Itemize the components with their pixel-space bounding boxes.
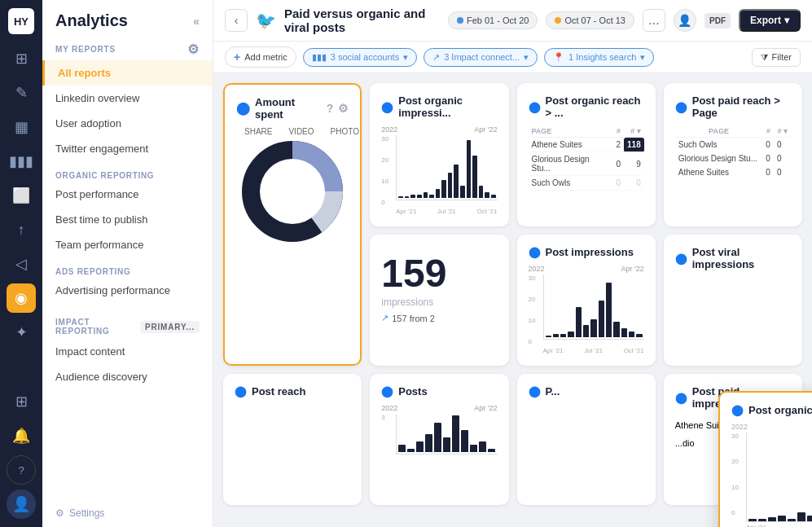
post-paid-reach-title: ⬤ Post paid reach > Page (675, 94, 791, 119)
help-icon-amount[interactable]: ? (327, 102, 334, 115)
date-range-2-button[interactable]: Oct 07 - Oct 13 (546, 11, 634, 29)
bar (467, 140, 472, 198)
x-labels: Apr '21 Jul '21 Oct '21 (396, 208, 497, 215)
year-labels: 2022 Apr '22 (381, 125, 497, 134)
bar (568, 332, 573, 338)
export-label: Export (750, 15, 781, 26)
add-metric-button[interactable]: + Add metric (225, 46, 296, 68)
bulb-icon[interactable]: ✦ (7, 318, 36, 347)
popup-bar (768, 517, 776, 521)
post-organic-reach-widget: ⬤ Post organic reach > ... PAGE # # ▾ At… (517, 83, 656, 226)
bar (443, 437, 450, 452)
bar (613, 322, 619, 337)
post-reach-title: ⬤ Post reach (235, 385, 350, 397)
popup-bar (748, 519, 757, 521)
delta-row: ↗ 157 from 2 (381, 313, 497, 323)
posts-widget: ⬤ Posts 2022Apr '22 3 (370, 374, 508, 505)
bar (472, 156, 477, 199)
back-button[interactable]: ‹ (225, 9, 248, 32)
user-menu-button[interactable]: 👤 (674, 9, 696, 32)
date2-dot (555, 17, 561, 24)
fb-icon-col3bot: ⬤ (529, 385, 541, 397)
home-icon[interactable]: ⊞ (7, 44, 36, 73)
impact-reporting-section: IMPACT REPORTING Primary... (42, 310, 213, 339)
insights-search-filter[interactable]: 📍 1 Insights search ▾ (544, 48, 654, 67)
fb-icon-posts: ⬤ (381, 385, 393, 397)
bar (436, 189, 441, 198)
advertising-label: Advertising performance (55, 284, 170, 296)
my-reports-label: MY REPORTS (55, 45, 116, 54)
sidebar-item-team-performance[interactable]: Team performance (42, 232, 213, 257)
user-adoption-label: User adoption (55, 117, 121, 130)
grid-icon[interactable]: ▦ (7, 112, 36, 142)
user-avatar-icon[interactable]: 👤 (7, 490, 36, 519)
filter-button[interactable]: ⧩ Filter (752, 48, 801, 67)
calendar-icon[interactable]: ⬜ (7, 181, 36, 210)
table-row: Glorious Design Stu... 0 0 (675, 152, 791, 165)
collapse-nav-button[interactable]: « (193, 15, 200, 28)
posts-title: ⬤ Posts (381, 385, 497, 397)
svg-point-3 (260, 159, 325, 224)
sidebar-item-twitter[interactable]: Twitter engagement (42, 136, 213, 161)
sidebar-item-linkedin[interactable]: Linkedin overview (42, 86, 213, 111)
analytics-circle-icon[interactable]: ◉ (7, 283, 36, 313)
impact-badge[interactable]: Primary... (140, 321, 200, 333)
post-paid-reach-widget: ⬤ Post paid reach > Page PAGE # # ▾ Such… (664, 83, 802, 226)
pdf-button[interactable]: PDF (704, 13, 731, 29)
bar (452, 415, 459, 452)
gear-icon-amount[interactable]: ⚙ (338, 102, 349, 115)
help-circle-icon[interactable]: ? (7, 455, 36, 485)
fb-icon-amount: ⬤ (236, 101, 250, 116)
bar (470, 445, 477, 452)
popup-chart: 2022Apr '22 30 20 10 0 (731, 423, 812, 527)
add-report-button[interactable]: ⚙ (187, 42, 200, 57)
social-accounts-label: 3 social accounts (331, 52, 399, 62)
app-logo: HY (8, 8, 34, 34)
fb-icon-organic: ⬤ (381, 101, 393, 113)
table-row: Athene Suites 0 0 (675, 165, 791, 179)
video-label: VIDEO (288, 127, 314, 136)
bar (576, 307, 582, 338)
settings-link[interactable]: ⚙ Settings (42, 499, 213, 527)
table-row: Athene Suites 2 118 (529, 138, 644, 152)
upload-icon[interactable]: ↑ (7, 215, 36, 244)
more-options-button[interactable]: ... (643, 9, 665, 32)
social-accounts-icon: ▮▮▮ (312, 52, 327, 63)
amount-spent-widget: ⬤ Amount spent ? ⚙ SHARE VIDEO PHOTO (223, 83, 362, 366)
bar (434, 423, 441, 452)
sidebar-item-advertising[interactable]: Advertising performance (42, 278, 213, 303)
sidebar-item-audience[interactable]: Audience discovery (42, 364, 213, 389)
sidebar-item-all-reports[interactable]: All reports (42, 60, 213, 86)
megaphone-icon[interactable]: ◁ (7, 249, 36, 279)
bar (621, 328, 627, 337)
impact-connect-filter[interactable]: ↗ 3 Impact connect... ▾ (424, 48, 538, 67)
impressions-label: impressions (381, 296, 497, 308)
bell-icon[interactable]: 🔔 (7, 421, 36, 450)
col-hash-header: # (613, 125, 625, 138)
bar (461, 430, 468, 452)
social-accounts-filter[interactable]: ▮▮▮ 3 social accounts ▾ (303, 48, 417, 67)
sidebar-item-post-performance[interactable]: Post performance (42, 182, 213, 207)
bar (405, 196, 410, 198)
popup-bar (797, 512, 805, 521)
date-range-1-button[interactable]: Feb 01 - Oct 20 (448, 11, 538, 29)
chart-bar-icon[interactable]: ▮▮▮ (7, 147, 36, 176)
impact-connect-label: 3 Impact connect... (444, 52, 520, 62)
post-reach-widget: ⬤ Post reach (223, 374, 362, 505)
bar (398, 445, 406, 452)
twitter-label: Twitter engagement (55, 143, 148, 155)
fb-icon-popup: ⬤ (731, 404, 744, 416)
grid2-icon[interactable]: ⊞ (7, 387, 36, 416)
insights-search-icon: 📍 (553, 52, 564, 63)
export-button[interactable]: Export ▾ (739, 9, 801, 32)
popup-organic-impressions: ⬤ Post organic impressi... 2022Apr '22 3… (718, 391, 812, 527)
sidebar-item-user-adoption[interactable]: User adoption (42, 111, 213, 136)
impact-connect-icon: ↗ (432, 52, 440, 63)
page-title: Paid versus organic and viral posts (284, 7, 440, 34)
year-labels3: 2022Apr '22 (381, 404, 497, 412)
sidebar-item-best-time[interactable]: Best time to publish (42, 207, 213, 232)
edit-icon[interactable]: ✎ (7, 78, 36, 108)
fb-icon-paid: ⬤ (675, 101, 687, 113)
sidebar-item-impact-content[interactable]: Impact content (42, 339, 213, 364)
plus-icon: + (234, 51, 240, 64)
